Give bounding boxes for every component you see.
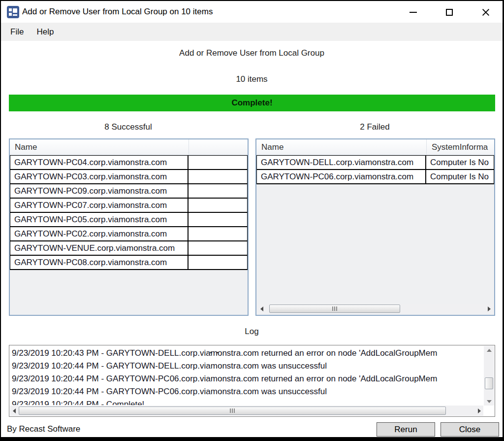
close-window-button[interactable] — [474, 5, 497, 20]
successful-count-label: 8 Successful — [9, 122, 248, 132]
close-button[interactable]: Close — [441, 422, 499, 437]
log-lines: 9/23/2019 10:20:43 PM - GARYTOWN-DELL.co… — [12, 347, 483, 405]
cell-info: Computer Is No — [426, 170, 494, 183]
column-header-name[interactable]: Name — [256, 139, 427, 155]
cell-info — [189, 241, 247, 255]
cell-info — [189, 184, 247, 198]
scroll-right-button[interactable] — [475, 406, 483, 416]
table-row[interactable]: GARYTOWN-PC05.corp.viamonstra.com — [10, 213, 248, 227]
minimize-icon — [410, 12, 417, 13]
table-row[interactable]: GARYTOWN-DELL.corp.viamonstra.comCompute… — [256, 156, 494, 170]
failed-table-hscrollbar[interactable] — [257, 304, 493, 314]
credit-text: By Recast Software — [7, 424, 80, 434]
log-line: 9/23/2019 10:20:44 PM - Complete! — [12, 398, 483, 405]
failed-table: Name SystemInforma GARYTOWN-DELL.corp.vi… — [255, 138, 495, 316]
table-row[interactable]: GARYTOWN-VENUE.corp.viamonstra.com — [10, 241, 248, 256]
scroll-down-button[interactable] — [484, 397, 494, 406]
cell-name: GARYTOWN-PC05.corp.viamonstra.com — [10, 213, 189, 226]
cell-info — [189, 170, 247, 183]
app-window: Add or Remove User from Local Group on 1… — [0, 0, 504, 441]
scrollbar-thumb[interactable] — [269, 305, 400, 313]
maximize-button[interactable] — [438, 5, 461, 20]
log-line: 9/23/2019 10:20:43 PM - GARYTOWN-DELL.co… — [12, 347, 483, 360]
cell-name: GARYTOWN-PC08.corp.viamonstra.com — [10, 256, 189, 269]
rerun-button[interactable]: Rerun — [377, 422, 435, 437]
page-title: Add or Remove User from Local Group — [1, 48, 503, 58]
scrollbar-thumb[interactable] — [19, 407, 446, 415]
cell-info: Computer Is No — [426, 156, 494, 169]
cell-name: GARYTOWN-PC09.corp.viamonstra.com — [10, 184, 189, 198]
table-row[interactable]: GARYTOWN-PC02.corp.viamonstra.com — [10, 227, 248, 241]
cell-name: GARYTOWN-VENUE.corp.viamonstra.com — [10, 241, 189, 255]
table-row[interactable]: GARYTOWN-PC06.corp.viamonstra.comCompute… — [256, 170, 494, 184]
cell-name: GARYTOWN-PC03.corp.viamonstra.com — [10, 170, 189, 183]
failed-table-body: GARYTOWN-DELL.corp.viamonstra.comCompute… — [256, 155, 494, 184]
scroll-right-button[interactable] — [485, 304, 493, 314]
table-row[interactable]: GARYTOWN-PC09.corp.viamonstra.com — [10, 184, 248, 199]
scrollbar-thumb[interactable] — [485, 377, 493, 389]
maximize-icon — [446, 9, 453, 16]
log-vscrollbar[interactable] — [484, 346, 494, 406]
column-header-name[interactable]: Name — [10, 139, 189, 155]
arrow-left-icon — [260, 306, 263, 311]
app-icon — [7, 6, 19, 18]
cell-name: GARYTOWN-DELL.corp.viamonstra.com — [257, 156, 426, 169]
log-line: 9/23/2019 10:20:44 PM - GARYTOWN-PC06.co… — [12, 373, 483, 385]
cell-name: GARYTOWN-PC04.corp.viamonstra.com — [10, 156, 189, 169]
log-line: 9/23/2019 10:20:44 PM - GARYTOWN-PC06.co… — [12, 385, 483, 398]
arrow-down-icon — [487, 400, 492, 403]
close-icon — [482, 8, 490, 16]
successful-table-header: Name — [10, 139, 248, 155]
table-row[interactable]: GARYTOWN-PC03.corp.viamonstra.com — [10, 170, 248, 184]
window-title: Add or Remove User from Local Group on 1… — [22, 7, 213, 17]
table-row[interactable]: GARYTOWN-PC04.corp.viamonstra.com — [10, 156, 248, 170]
arrow-right-icon — [488, 306, 491, 311]
status-banner: Complete! — [9, 95, 495, 111]
table-row[interactable]: GARYTOWN-PC07.corp.viamonstra.com — [10, 199, 248, 213]
successful-table: Name GARYTOWN-PC04.corp.viamonstra.comGA… — [9, 138, 249, 316]
minimize-button[interactable] — [402, 5, 424, 20]
title-bar: Add or Remove User from Local Group on 1… — [1, 1, 503, 23]
item-count: 10 items — [1, 74, 503, 84]
menu-item-file[interactable]: File — [7, 25, 27, 39]
arrow-up-icon — [487, 349, 492, 352]
status-text: Complete! — [231, 98, 272, 108]
log-textbox[interactable]: 9/23/2019 10:20:43 PM - GARYTOWN-DELL.co… — [9, 345, 495, 417]
log-hscrollbar[interactable] — [10, 406, 483, 416]
failed-table-header: Name SystemInforma — [256, 139, 494, 155]
scroll-left-button[interactable] — [10, 406, 18, 416]
cell-info — [189, 227, 247, 240]
successful-table-body: GARYTOWN-PC04.corp.viamonstra.comGARYTOW… — [10, 155, 248, 270]
scroll-up-button[interactable] — [484, 346, 494, 354]
log-line: 9/23/2019 10:20:44 PM - GARYTOWN-DELL.co… — [12, 360, 483, 373]
cell-name: GARYTOWN-PC06.corp.viamonstra.com — [257, 170, 426, 183]
arrow-left-icon — [13, 408, 16, 413]
cell-info — [189, 199, 247, 212]
menu-bar: FileHelp — [1, 23, 503, 41]
failed-count-label: 2 Failed — [255, 122, 494, 132]
log-label: Log — [1, 327, 503, 337]
cell-info — [189, 213, 247, 226]
cell-info — [189, 256, 247, 269]
cell-name: GARYTOWN-PC02.corp.viamonstra.com — [10, 227, 189, 240]
cell-name: GARYTOWN-PC07.corp.viamonstra.com — [10, 199, 189, 212]
scroll-left-button[interactable] — [257, 304, 266, 314]
column-header-extra[interactable] — [189, 139, 248, 155]
cell-info — [189, 156, 247, 169]
menu-item-help[interactable]: Help — [33, 25, 57, 39]
table-row[interactable]: GARYTOWN-PC08.corp.viamonstra.com — [10, 256, 248, 270]
column-header-systeminformation[interactable]: SystemInforma — [427, 139, 494, 155]
arrow-right-icon — [478, 408, 481, 413]
